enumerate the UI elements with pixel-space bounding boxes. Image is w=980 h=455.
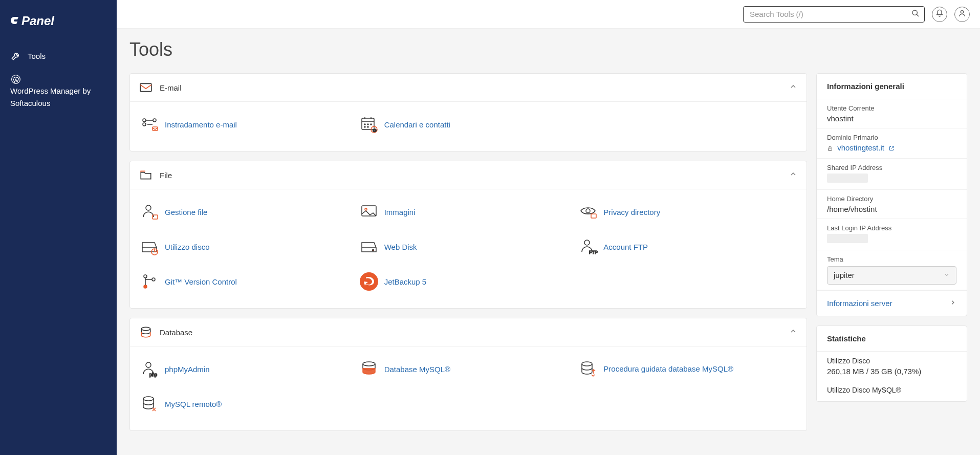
svg-point-5 [143, 119, 146, 122]
tool-privacy-directory[interactable]: Privacy directory [578, 194, 797, 229]
images-icon [359, 202, 379, 222]
tool-label: JetBackup 5 [384, 277, 427, 286]
svg-point-17 [146, 205, 151, 210]
svg-rect-4 [140, 83, 151, 91]
disk-usage-icon [139, 236, 160, 257]
database-icon [139, 326, 153, 339]
chevron-down-icon [944, 271, 950, 279]
tool-gestione-file[interactable]: Gestione file [139, 194, 359, 229]
group-file-header[interactable]: File [130, 161, 807, 189]
svg-point-27 [144, 275, 147, 278]
stats-title: Statistiche [817, 326, 967, 352]
tool-git[interactable]: Git™ Version Control [139, 264, 359, 299]
tool-label: phpMyAdmin [165, 365, 210, 374]
svg-point-32 [146, 362, 151, 367]
email-icon [139, 81, 153, 94]
svg-point-25 [584, 240, 590, 245]
tool-label: Account FTP [603, 243, 648, 251]
server-info-link[interactable]: Informazioni server [817, 290, 967, 316]
tool-instradamento-email[interactable]: Instradamento e-mail [139, 107, 359, 142]
svg-point-2 [912, 10, 917, 15]
mysql-wizard-icon [578, 359, 598, 379]
external-link-icon [888, 144, 895, 153]
svg-text:php: php [149, 372, 157, 377]
disk-usage-value: 260,18 MB / 35 GB (0,73%) [827, 367, 956, 376]
group-title: Database [160, 328, 789, 337]
jetbackup-icon [359, 271, 379, 292]
user-icon [958, 9, 966, 19]
tools-icon [10, 50, 21, 61]
svg-point-11 [367, 124, 368, 125]
tool-mysql-db[interactable]: Database MySQL® [359, 352, 578, 386]
group-database-header[interactable]: Database [130, 318, 807, 346]
tool-label: Privacy directory [603, 208, 660, 216]
tool-calendari-contatti[interactable]: @ Calendari e contatti [359, 107, 578, 142]
phpmyadmin-icon: php [139, 359, 160, 379]
notifications-button[interactable] [932, 7, 947, 22]
svg-text:@: @ [373, 128, 377, 133]
theme-select[interactable]: jupiter [827, 266, 956, 285]
shared-ip-label: Shared IP Address [827, 164, 956, 171]
svg-text:Panel: Panel [21, 14, 55, 28]
svg-point-6 [153, 119, 156, 122]
chevron-right-icon [949, 299, 956, 308]
search-input[interactable] [743, 6, 925, 23]
sidebar-item-label: Tools [28, 52, 46, 60]
disk-usage-label: Utilizzo Disco [827, 357, 956, 365]
theme-value: jupiter [834, 271, 855, 279]
page-title: Tools [117, 29, 980, 60]
tool-utilizzo-disco[interactable]: Utilizzo disco [139, 229, 359, 264]
tool-label: Gestione file [165, 208, 207, 216]
info-title: Informazioni generali [817, 74, 967, 99]
group-email-header[interactable]: E-mail [130, 74, 807, 102]
svg-text:FTP: FTP [589, 250, 598, 255]
tool-label: Git™ Version Control [165, 277, 237, 286]
mysql-disk-label: Utilizzo Disco MySQL® [827, 386, 956, 394]
theme-label: Tema [827, 255, 956, 263]
tool-immagini[interactable]: Immagini [359, 194, 578, 229]
tool-jetbackup[interactable]: JetBackup 5 [359, 264, 578, 299]
svg-point-3 [961, 10, 963, 13]
search-icon[interactable] [911, 9, 920, 19]
primary-domain-link[interactable]: vhostingtest.it [837, 143, 884, 152]
primary-domain-label: Dominio Primario [827, 134, 956, 141]
tool-label: Procedura guidata database MySQL® [603, 364, 733, 374]
tool-account-ftp[interactable]: FTP Account FTP [578, 229, 797, 264]
wordpress-icon [10, 74, 21, 85]
tool-web-disk[interactable]: Web Disk [359, 229, 578, 264]
svg-point-13 [364, 126, 365, 127]
group-database: Database php phpMyAdmin Database MySQL® [129, 318, 807, 431]
tool-label: Instradamento e-mail [165, 120, 237, 129]
svg-point-10 [364, 124, 365, 125]
chevron-up-icon [789, 82, 797, 93]
tool-phpmyadmin[interactable]: php phpMyAdmin [139, 352, 359, 386]
mysql-icon [359, 359, 379, 379]
svg-point-36 [143, 397, 154, 401]
svg-point-28 [144, 285, 147, 288]
svg-point-30 [360, 272, 378, 291]
tool-label: Utilizzo disco [165, 243, 210, 251]
user-menu-button[interactable] [954, 7, 970, 22]
privacy-icon [578, 202, 598, 222]
svg-point-14 [367, 126, 368, 127]
sidebar-item-label: WordPress Manager by Softaculous [10, 85, 106, 110]
sidebar-item-wordpress-manager[interactable]: WordPress Manager by Softaculous [0, 68, 117, 116]
file-manager-icon [139, 202, 160, 222]
home-dir-label: Home Directory [827, 195, 956, 203]
shared-ip-value [827, 174, 868, 183]
chevron-up-icon [789, 327, 797, 337]
calendar-icon: @ [359, 114, 379, 135]
tool-mysql-wizard[interactable]: Procedura guidata database MySQL® [578, 352, 797, 386]
sidebar: Panel Tools WordPress Manager by Softacu… [0, 0, 117, 455]
cpanel-logo[interactable]: Panel [0, 8, 117, 44]
tool-mysql-remote[interactable]: MySQL remoto® [139, 386, 359, 421]
bell-icon [935, 9, 944, 19]
tool-label: Immagini [384, 208, 416, 216]
group-title: E-mail [160, 83, 789, 92]
group-file: File Gestione file Immagini [129, 161, 807, 309]
svg-rect-22 [591, 214, 596, 218]
sidebar-item-tools[interactable]: Tools [0, 44, 117, 68]
tool-label: Calendari e contatti [384, 120, 450, 129]
mysql-remote-icon [139, 394, 160, 414]
general-info-panel: Informazioni generali Utente Corrente vh… [816, 73, 967, 316]
